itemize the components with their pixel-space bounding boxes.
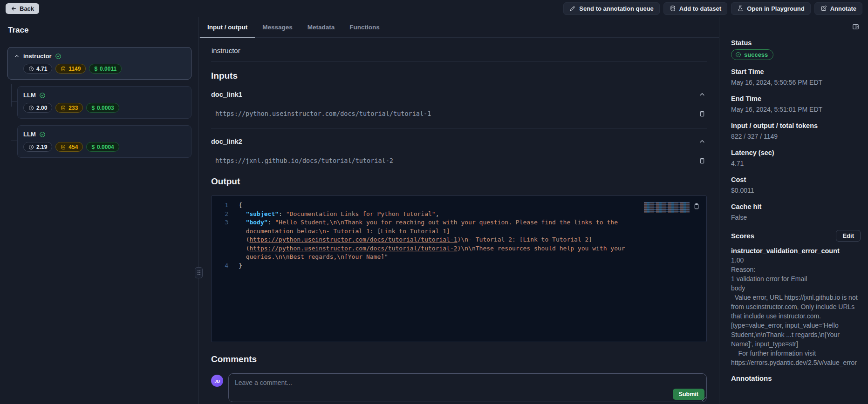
- trace-span-name: LLM: [23, 92, 36, 99]
- clock-icon: [28, 66, 34, 72]
- topbar-actions: Send to annotation queueAdd to datasetOp…: [563, 2, 862, 15]
- tab-functions[interactable]: Functions: [342, 17, 387, 37]
- top-bar: Back Send to annotation queueAdd to data…: [0, 0, 868, 17]
- code-lines: 1{2"subject": "Documentation Links for P…: [212, 201, 706, 270]
- cost-value: 0.0004: [97, 144, 114, 150]
- code-line-text: "body": "Hello Student,\n\nThank you for…: [239, 218, 632, 262]
- topbar-action-annotate[interactable]: Annotate: [814, 2, 862, 15]
- trace-tree: instructor4.711149$0.0011LLM2.00233$0.00…: [7, 47, 191, 158]
- copy-field-button[interactable]: [697, 109, 707, 118]
- topbar-action-label: Send to annotation queue: [579, 5, 654, 12]
- status-badge: success: [731, 49, 773, 60]
- output-code-block: 1{2"subject": "Documentation Links for P…: [211, 195, 707, 342]
- content-area: Trace instructor4.711149$0.0011LLM2.0023…: [0, 17, 868, 404]
- line-number: 3: [212, 218, 228, 262]
- span-title: instructor: [212, 47, 707, 54]
- detail-field-cache-hit: Cache hitFalse: [731, 203, 861, 222]
- main-panel: Input / outputMessagesMetadataFunctions …: [199, 17, 719, 404]
- detail-field-value: 4.71: [731, 159, 861, 168]
- check-circle-icon: [39, 92, 46, 99]
- latency-badge: 2.00: [23, 103, 52, 113]
- tokens-value: 1149: [68, 66, 81, 72]
- line-number: 4: [212, 262, 228, 270]
- topbar-action-open-in-playground[interactable]: Open in Playground: [731, 2, 811, 15]
- input-field-value: https://jxnl.github.io/docs/tutorial/tut…: [211, 157, 393, 164]
- code-line-text: "subject": "Documentation Links for Pyth…: [239, 210, 439, 219]
- input-field-doc-link2: doc_link2https://jxnl.github.io/docs/tut…: [211, 137, 707, 175]
- latency-value: 2.00: [36, 105, 47, 111]
- topbar-action-label: Open in Playground: [747, 5, 805, 12]
- tab-metadata[interactable]: Metadata: [300, 17, 342, 37]
- score-reason-text: 1 validation error for Email body Value …: [731, 274, 861, 367]
- detail-field-label: Input / output / total tokens: [731, 122, 861, 129]
- copy-output-button[interactable]: [692, 202, 701, 211]
- playground-icon: [737, 5, 744, 12]
- detail-field-value: $0.0011: [731, 186, 861, 195]
- scores-title: Scores: [731, 232, 754, 240]
- copy-field-button[interactable]: [697, 156, 707, 165]
- app-root: Back Send to annotation queueAdd to data…: [0, 0, 868, 404]
- tab-messages[interactable]: Messages: [255, 17, 300, 37]
- chevron-up-icon[interactable]: [14, 53, 20, 60]
- dollar-icon: $: [91, 105, 95, 111]
- trace-span-instructor[interactable]: instructor4.711149$0.0011: [7, 47, 191, 80]
- trace-span-badges: 2.00233$0.0003: [23, 103, 185, 113]
- topbar-action-send-to-annotation-queue[interactable]: Send to annotation queue: [563, 2, 660, 15]
- latency-badge: 4.71: [23, 64, 52, 74]
- clock-icon: [28, 144, 34, 150]
- trace-span-llm[interactable]: LLM2.19454$0.0004: [17, 125, 191, 158]
- submit-button[interactable]: Submit: [673, 389, 704, 400]
- input-field-doc-link1: doc_link1https://python.useinstructor.co…: [211, 90, 707, 129]
- cost-badge: $0.0011: [89, 64, 122, 74]
- detail-field-value: May 16, 2024, 5:51:01 PM EDT: [731, 105, 861, 114]
- database-icon: [61, 105, 66, 111]
- details-panel: Status success Start TimeMay 16, 2024, 5…: [719, 17, 868, 404]
- trace-span-name: LLM: [23, 131, 36, 138]
- trace-span-badges: 4.711149$0.0011: [23, 64, 185, 74]
- code-line: 1{: [212, 201, 706, 210]
- trace-span-llm[interactable]: LLM2.00233$0.0003: [17, 86, 191, 119]
- topbar-action-label: Add to dataset: [679, 5, 721, 12]
- back-button[interactable]: Back: [6, 3, 39, 14]
- collapse-panel-button[interactable]: [851, 22, 861, 32]
- input-field-label: doc_link1: [211, 91, 242, 98]
- tokens-badge: 233: [55, 103, 83, 113]
- check-circle-icon: [55, 53, 62, 60]
- collapse-field-button[interactable]: [697, 90, 707, 99]
- tab-input-output[interactable]: Input / output: [200, 17, 255, 37]
- clipboard-icon: [698, 157, 706, 164]
- detail-field-input-output-total-tokens: Input / output / total tokens822 / 327 /…: [731, 122, 861, 141]
- input-field-header: doc_link2: [211, 137, 707, 146]
- score-name: instructor_validation_error_count: [731, 246, 861, 256]
- panel-resize-grip[interactable]: [195, 267, 203, 278]
- tokens-value: 454: [68, 144, 78, 150]
- code-line: 2"subject": "Documentation Links for Pyt…: [212, 210, 706, 219]
- detail-field-end-time: End TimeMay 16, 2024, 5:51:01 PM EDT: [731, 95, 861, 114]
- edit-scores-button[interactable]: Edit: [836, 230, 861, 242]
- detail-field-value: False: [731, 213, 861, 222]
- cost-value: 0.0011: [100, 66, 116, 72]
- trace-span-header: instructor: [14, 53, 185, 60]
- topbar-action-label: Annotate: [830, 5, 856, 12]
- trace-panel-title: Trace: [8, 26, 191, 35]
- trace-children: LLM2.00233$0.0003LLM2.19454$0.0004: [17, 86, 191, 158]
- trace-span-header: LLM: [23, 92, 185, 99]
- dataset-icon: [670, 5, 676, 12]
- detail-field-latency-sec: Latency (sec)4.71: [731, 149, 861, 168]
- database-icon: [61, 66, 66, 72]
- trace-span-name: instructor: [23, 53, 52, 60]
- divider: [211, 61, 707, 62]
- latency-value: 4.71: [36, 66, 47, 72]
- tokens-badge: 454: [55, 142, 83, 152]
- comment-input[interactable]: [229, 374, 706, 402]
- check-circle-icon: [735, 52, 741, 58]
- clipboard-icon: [698, 110, 706, 117]
- detail-field-label: Latency (sec): [731, 149, 861, 156]
- detail-field-start-time: Start TimeMay 16, 2024, 5:50:56 PM EDT: [731, 68, 861, 87]
- latency-value: 2.19: [36, 144, 47, 150]
- topbar-action-add-to-dataset[interactable]: Add to dataset: [663, 2, 727, 15]
- score-reason-label: Reason:: [731, 265, 861, 274]
- detail-field-label: Start Time: [731, 68, 861, 75]
- collapse-field-button[interactable]: [697, 137, 707, 146]
- input-field-value-row: https://jxnl.github.io/docs/tutorial/tut…: [211, 156, 707, 165]
